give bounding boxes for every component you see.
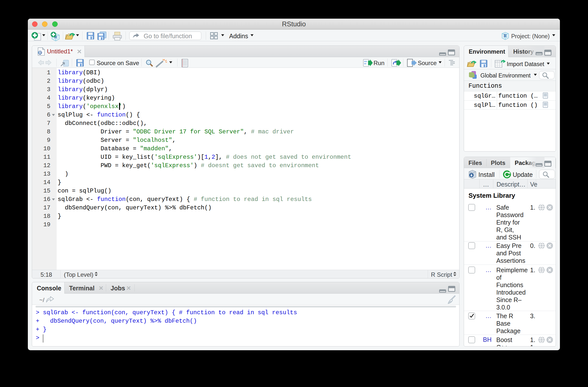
svg-text:R: R xyxy=(504,33,507,38)
svg-text:R: R xyxy=(39,51,42,55)
